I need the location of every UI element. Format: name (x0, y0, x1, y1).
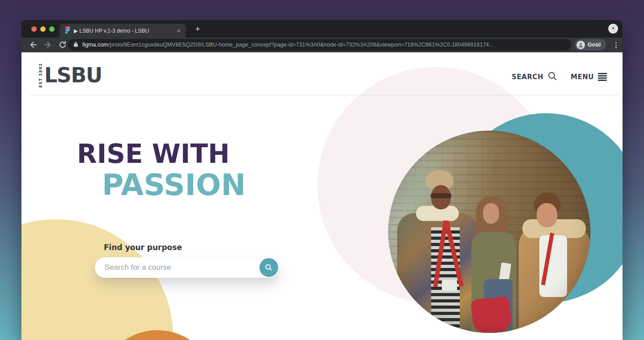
student-left-shirt (431, 227, 460, 333)
back-icon[interactable] (29, 40, 38, 49)
student-right-collar (522, 219, 586, 238)
url-path: /proto/9Eem1cguxdeuQMV6E5QZG9/LSBU-home_… (108, 42, 494, 48)
hero-title-line2: PASSION (102, 170, 246, 200)
student-middle-hair (476, 196, 508, 255)
forward-icon[interactable] (43, 40, 52, 49)
student-left-hat (426, 170, 453, 191)
profile-chip[interactable]: Gość (575, 39, 606, 51)
red-bag (470, 296, 513, 333)
tab-strip: ▶ LSBU HP v.1-3 demo - LSBU × + ▼ (21, 20, 623, 38)
minimize-window-button[interactable] (40, 26, 46, 32)
course-search-submit-button[interactable] (259, 258, 278, 277)
student-left-lanyard (444, 221, 463, 287)
nav-menu-button[interactable]: MENU (571, 73, 607, 81)
student-middle-face (483, 203, 499, 224)
avatar-icon (576, 41, 585, 49)
nav-menu-label: MENU (571, 73, 594, 81)
student-right-tshirt (539, 235, 567, 297)
download-indicator-icon[interactable]: ▼ (608, 24, 618, 34)
lsbu-home-page: EST 1892 LSBU SEARCH MENU RISE (21, 52, 623, 340)
student-left-id-badge (442, 280, 457, 291)
traffic-lights (31, 26, 55, 32)
decor-circle-tan (21, 219, 173, 340)
profile-name: Gość (588, 42, 601, 48)
course-search-bar (95, 257, 279, 278)
browser-window: ▶ LSBU HP v.1-3 demo - LSBU × + ▼ (21, 20, 623, 340)
new-tab-button[interactable]: + (192, 24, 203, 35)
url-domain: figma.com (82, 42, 108, 48)
student-left-face (431, 185, 451, 209)
figma-favicon-icon (65, 26, 70, 35)
logo-name: LSBU (44, 65, 102, 85)
student-middle-jeans (484, 279, 513, 333)
student-right-lanyard (541, 233, 554, 285)
student-left-collar (416, 206, 459, 221)
student-right-face (537, 203, 557, 227)
course-search-label: Find your purpose (104, 243, 182, 252)
nav-search-button[interactable]: SEARCH (512, 71, 557, 83)
browser-toolbar: figma.com/proto/9Eem1cguxdeuQMV6E5QZG9/L… (21, 38, 623, 52)
reload-icon[interactable] (58, 40, 67, 49)
main-nav: SEARCH MENU (512, 71, 607, 83)
hero-title-line1: RISE WITH (77, 141, 230, 167)
browser-menu-icon[interactable] (613, 41, 619, 50)
close-window-button[interactable] (31, 26, 37, 32)
student-left-glasses (430, 193, 452, 198)
logo-est-text: EST 1892 (38, 63, 43, 88)
student-left-jacket (397, 213, 478, 333)
header-divider (30, 95, 618, 95)
students-photo (388, 131, 590, 333)
lock-icon (73, 41, 78, 48)
student-middle-jacket (471, 232, 516, 333)
tab-close-icon[interactable]: × (175, 27, 182, 34)
search-icon (547, 71, 557, 83)
browser-tab[interactable]: ▶ LSBU HP v.1-3 demo - LSBU × (59, 24, 186, 38)
nav-search-label: SEARCH (512, 73, 543, 81)
hamburger-icon (598, 73, 607, 81)
student-left-lanyard (433, 220, 448, 287)
lsbu-logo[interactable]: EST 1892 LSBU (38, 63, 102, 88)
zoom-window-button[interactable] (49, 26, 55, 32)
student-right-hair (534, 192, 561, 212)
student-middle-notebook (499, 263, 511, 285)
tab-title: ▶ LSBU HP v.1-3 demo - LSBU (74, 28, 175, 34)
course-search-input[interactable] (105, 263, 259, 272)
url-bar[interactable]: figma.com/proto/9Eem1cguxdeuQMV6E5QZG9/L… (68, 39, 571, 51)
